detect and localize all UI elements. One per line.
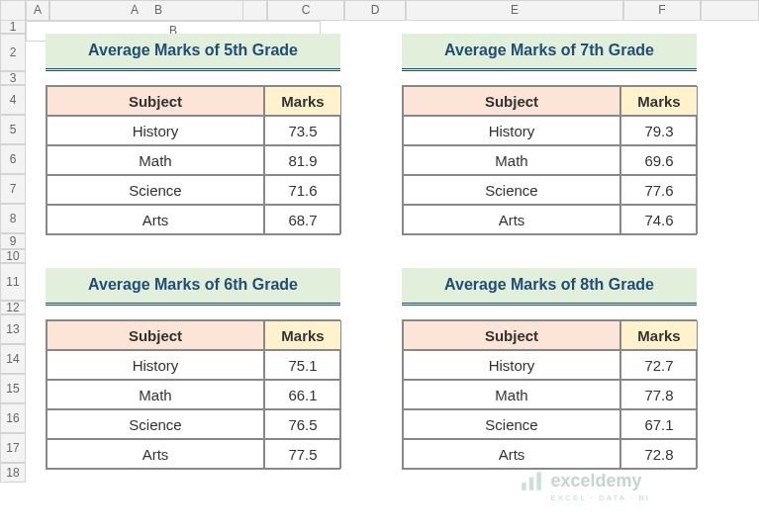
cell-marks[interactable]: 74.6	[620, 205, 698, 234]
table-header: Subject Marks	[403, 320, 696, 350]
cell-marks[interactable]: 66.1	[264, 380, 341, 409]
cell-subject[interactable]: Arts	[47, 205, 264, 234]
cell-subject[interactable]: History	[47, 350, 264, 380]
table-row: Science77.6	[403, 175, 696, 205]
cell-subject[interactable]: Arts	[47, 439, 264, 469]
subject-header[interactable]: Subject	[403, 320, 620, 350]
grade5-block: Average Marks of 5th Grade Subject Marks…	[46, 34, 340, 235]
cell-marks[interactable]: 79.3	[620, 116, 698, 145]
col-F[interactable]: F	[623, 0, 701, 21]
cell-subject[interactable]: Science	[47, 409, 264, 439]
table-row: Math69.6	[403, 145, 696, 175]
table-row: Arts72.8	[403, 439, 696, 469]
svg-rect-0	[522, 483, 526, 490]
grade5-title[interactable]: Average Marks of 5th Grade	[46, 34, 340, 71]
cell-subject[interactable]: History	[403, 350, 620, 380]
watermark-tagline: EXCEL · DATA · BI	[550, 493, 650, 502]
row-7[interactable]: 7	[0, 174, 26, 204]
cell-marks[interactable]: 81.9	[264, 145, 341, 175]
svg-rect-1	[529, 478, 533, 490]
subject-header[interactable]: Subject	[47, 86, 264, 116]
table-header: Subject Marks	[403, 86, 696, 116]
cell-marks[interactable]: 68.7	[264, 205, 341, 234]
cell-marks[interactable]: 71.6	[264, 175, 341, 205]
row-16[interactable]: 16	[0, 403, 26, 433]
cell-subject[interactable]: Math	[47, 380, 264, 409]
marks-header[interactable]: Marks	[620, 86, 698, 116]
row-14[interactable]: 14	[0, 344, 26, 374]
row-13[interactable]: 13	[0, 314, 26, 344]
row-6[interactable]: 6	[0, 144, 26, 174]
table-row: Science71.6	[47, 175, 339, 205]
subject-header[interactable]: Subject	[403, 86, 620, 116]
row-11[interactable]: 11	[0, 263, 26, 301]
marks-header[interactable]: Marks	[620, 320, 698, 350]
grade7-title[interactable]: Average Marks of 7th Grade	[402, 34, 697, 71]
row-12[interactable]: 12	[0, 301, 26, 314]
table-row: Arts74.6	[403, 205, 696, 234]
table-header: Subject Marks	[47, 86, 339, 116]
table-row: Math77.8	[403, 380, 696, 409]
grade7-table: Subject Marks History79.3 Math69.6 Scien…	[402, 85, 697, 235]
cell-subject[interactable]: Arts	[403, 205, 620, 234]
col-D[interactable]: D	[344, 0, 406, 21]
cell-subject[interactable]: Science	[403, 409, 620, 439]
row-8[interactable]: 8	[0, 204, 26, 233]
marks-header[interactable]: Marks	[264, 320, 341, 350]
row-1[interactable]: 1	[0, 20, 26, 34]
row-3[interactable]: 3	[0, 71, 26, 85]
table-row: Science76.5	[47, 409, 339, 439]
row-9[interactable]: 9	[0, 233, 26, 249]
grade8-block: Average Marks of 8th Grade Subject Marks…	[402, 268, 697, 470]
grade6-block: Average Marks of 6th Grade Subject Marks…	[46, 268, 340, 470]
table-row: History72.7	[403, 350, 696, 380]
marks-header[interactable]: Marks	[264, 86, 341, 116]
row-15[interactable]: 15	[0, 374, 26, 403]
grade8-table: Subject Marks History72.7 Math77.8 Scien…	[402, 319, 697, 470]
cell-marks[interactable]: 67.1	[620, 409, 698, 439]
cell-marks[interactable]: 72.7	[620, 350, 698, 380]
cell-marks[interactable]: 75.1	[264, 350, 341, 380]
col-B[interactable]: B	[49, 0, 267, 21]
cell-marks[interactable]: 77.8	[620, 380, 698, 409]
row-5[interactable]: 5	[0, 115, 26, 144]
cell-subject[interactable]: History	[47, 116, 264, 145]
watermark-brand: exceldemy	[550, 471, 641, 491]
row-10[interactable]: 10	[0, 249, 26, 263]
watermark: exceldemy EXCEL · DATA · BI	[519, 468, 650, 502]
grade7-block: Average Marks of 7th Grade Subject Marks…	[402, 34, 697, 235]
grade6-title[interactable]: Average Marks of 6th Grade	[46, 268, 340, 306]
col-C[interactable]: C	[267, 0, 344, 21]
cell-marks[interactable]: 77.5	[264, 439, 341, 469]
cell-marks[interactable]: 77.6	[620, 175, 698, 205]
row-4[interactable]: 4	[0, 85, 26, 115]
cell-subject[interactable]: Math	[47, 145, 264, 175]
cell-subject[interactable]: Arts	[403, 439, 620, 469]
cell-subject[interactable]: History	[403, 116, 620, 145]
col-G[interactable]	[701, 0, 759, 21]
table-row: History73.5	[47, 116, 339, 145]
cell-marks[interactable]: 72.8	[620, 439, 698, 469]
cell-marks[interactable]: 73.5	[264, 116, 341, 145]
col-A[interactable]: A	[26, 0, 49, 21]
svg-rect-2	[537, 472, 541, 489]
cell-marks[interactable]: 69.6	[620, 145, 698, 175]
cell-subject[interactable]: Math	[403, 145, 620, 175]
cell-subject[interactable]: Science	[47, 175, 264, 205]
table-row: Arts77.5	[47, 439, 339, 469]
table-row: Science67.1	[403, 409, 696, 439]
grade6-table: Subject Marks History75.1 Math66.1 Scien…	[46, 319, 340, 470]
row-18[interactable]: 18	[0, 463, 26, 483]
cell-marks[interactable]: 76.5	[264, 409, 341, 439]
col-E[interactable]: E	[406, 0, 623, 21]
table-row: Math81.9	[47, 145, 339, 175]
grade8-title[interactable]: Average Marks of 8th Grade	[402, 268, 697, 306]
table-row: Arts68.7	[47, 205, 339, 234]
row-2[interactable]: 2	[0, 34, 26, 71]
watermark-icon	[519, 468, 544, 493]
cell-subject[interactable]: Math	[403, 380, 620, 409]
row-17[interactable]: 17	[0, 433, 26, 463]
cell-subject[interactable]: Science	[403, 175, 620, 205]
select-all[interactable]	[0, 0, 26, 21]
subject-header[interactable]: Subject	[47, 320, 264, 350]
